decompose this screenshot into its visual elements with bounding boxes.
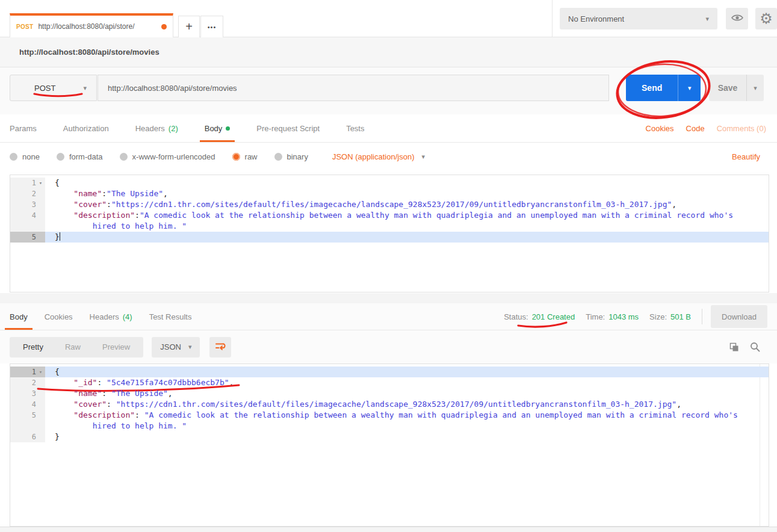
request-title-url: http://localhost:8080/api/store/movies	[19, 48, 159, 57]
chevron-down-icon: ▾	[705, 15, 709, 23]
save-button[interactable]: Save	[709, 75, 746, 101]
send-button[interactable]: Send	[626, 75, 678, 101]
tab-label: Authorization	[63, 124, 109, 133]
view-pretty[interactable]: Pretty	[12, 342, 54, 351]
radio-label: x-www-form-urlencoded	[132, 152, 215, 161]
tab-authorization[interactable]: Authorization	[63, 114, 109, 142]
line-number-gutter	[10, 221, 45, 232]
size-value: 501 B	[670, 312, 691, 321]
search-button[interactable]	[750, 342, 760, 352]
response-toolbar: Pretty Raw Preview JSON ▾	[0, 330, 777, 363]
settings-button[interactable]: ⚙	[755, 8, 777, 29]
code-line: 2 "name":"The Upside",	[10, 188, 769, 199]
code-line: 2 "_id": "5c4e715fa74c07dbbb6ecb7b",	[10, 377, 769, 388]
radio-selected-icon	[232, 153, 240, 161]
response-tab-body[interactable]: Body	[10, 303, 28, 330]
format-label: JSON	[160, 342, 181, 351]
tab-count: (4)	[123, 312, 132, 321]
line-number-gutter: 3	[10, 199, 45, 210]
tab-label: Pre-request Script	[256, 124, 320, 133]
tab-tests[interactable]: Tests	[346, 114, 364, 142]
bottom-strip	[0, 527, 777, 532]
tab-params[interactable]: Params	[10, 114, 37, 142]
request-tab[interactable]: POST http://localhost:8080/api/store/	[10, 13, 173, 37]
content-type-label: JSON (application/json)	[332, 152, 415, 161]
text-cursor	[60, 232, 60, 241]
radio-label: none	[22, 152, 40, 161]
body-set-dot	[226, 126, 230, 131]
response-body-editor[interactable]: 1▾{2 "_id": "5c4e715fa74c07dbbb6ecb7b",3…	[10, 363, 769, 527]
request-builder: POST ▾ http://localhost:8080/api/store/m…	[0, 67, 777, 114]
response-tab-cookies[interactable]: Cookies	[45, 303, 73, 330]
code-line: 3 "name": "The Upside",	[10, 388, 769, 399]
tab-headers[interactable]: Headers (2)	[135, 114, 178, 142]
environment-selector[interactable]: No Environment ▾	[560, 8, 717, 29]
url-input[interactable]: http://localhost:8080/api/store/movies	[98, 75, 609, 101]
line-number-gutter	[10, 421, 45, 431]
response-tools	[729, 342, 767, 352]
line-number-gutter: 2	[10, 377, 45, 388]
new-tab-button[interactable]: +	[178, 16, 200, 37]
response-format-selector[interactable]: JSON ▾	[152, 337, 200, 357]
response-tab-test-results[interactable]: Test Results	[149, 303, 192, 330]
radio-icon	[120, 153, 128, 161]
view-raw[interactable]: Raw	[54, 342, 91, 351]
cookies-link[interactable]: Cookies	[646, 124, 674, 133]
line-number-gutter: 4	[10, 210, 45, 221]
environment-preview-button[interactable]	[726, 8, 748, 29]
save-button-group: Save ▾	[709, 75, 764, 101]
line-number-gutter: 1▾	[10, 178, 45, 188]
search-icon	[750, 342, 760, 352]
status-value: 201 Created	[532, 312, 575, 321]
content-type-selector[interactable]: JSON (application/json) ▾	[332, 152, 425, 161]
radio-none[interactable]: none	[10, 152, 40, 161]
copy-button[interactable]	[729, 342, 739, 352]
tab-pre-request-script[interactable]: Pre-request Script	[256, 114, 320, 142]
divider	[702, 309, 702, 324]
code-line: 6}	[10, 431, 769, 442]
code-line: 1▾{	[10, 367, 769, 377]
more-tabs-button[interactable]: •••	[200, 16, 223, 37]
code-line: 1▾{	[10, 178, 769, 188]
unsaved-changes-dot	[161, 24, 167, 29]
status-label: Status:	[504, 312, 528, 321]
radio-binary[interactable]: binary	[274, 152, 308, 161]
header-divider	[552, 0, 553, 37]
line-number-gutter: 1▾	[10, 367, 45, 377]
wrap-lines-button[interactable]	[209, 337, 231, 357]
tab-body[interactable]: Body	[205, 114, 231, 142]
request-body-editor[interactable]: 1▾{2 "name":"The Upside",3 "cover":"http…	[10, 175, 769, 292]
tab-label: Body	[10, 312, 28, 321]
method-label: POST	[34, 84, 55, 93]
view-preview[interactable]: Preview	[91, 342, 141, 351]
line-number-gutter: 4	[10, 399, 45, 410]
tab-label: Headers	[135, 124, 165, 133]
url-input-value: http://localhost:8080/api/store/movies	[108, 84, 237, 93]
wrap-lines-icon	[215, 341, 226, 353]
code-line: 5}	[10, 232, 769, 243]
time-value: 1043 ms	[608, 312, 639, 321]
tab-label: Params	[10, 124, 37, 133]
tab-label: Test Results	[149, 312, 192, 321]
code-line: 4 "cover": "https://cdn1.thr.com/sites/d…	[10, 399, 769, 410]
save-options-button[interactable]: ▾	[746, 75, 764, 101]
comments-link[interactable]: Comments (0)	[717, 124, 766, 133]
size-label: Size:	[649, 312, 667, 321]
download-button[interactable]: Download	[711, 305, 767, 328]
tab-label: Cookies	[45, 312, 73, 321]
fold-toggle-icon[interactable]: ▾	[36, 178, 45, 188]
code-link[interactable]: Code	[686, 124, 705, 133]
radio-raw[interactable]: raw	[232, 152, 258, 161]
gear-icon: ⚙	[760, 11, 773, 26]
method-selector[interactable]: POST ▾	[10, 75, 97, 101]
radio-form-data[interactable]: form-data	[57, 152, 103, 161]
response-tab-headers[interactable]: Headers (4)	[90, 303, 132, 330]
beautify-link[interactable]: Beautify	[732, 143, 760, 170]
tab-label: Body	[205, 124, 223, 133]
send-options-button[interactable]: ▾	[678, 75, 701, 101]
radio-x-www-form-urlencoded[interactable]: x-www-form-urlencoded	[120, 152, 215, 161]
radio-label: binary	[287, 152, 308, 161]
fold-toggle-icon[interactable]: ▾	[36, 367, 45, 377]
tab-method-badge: POST	[16, 23, 33, 30]
response-meta-stats: Status: 201 Created Time: 1043 ms Size: …	[504, 312, 702, 321]
